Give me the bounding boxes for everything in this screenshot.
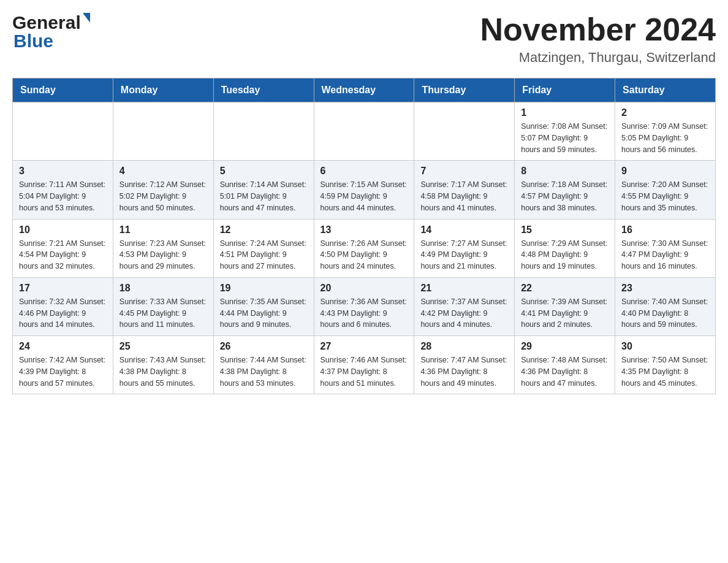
- day-info: Sunrise: 7:35 AM Sunset: 4:44 PM Dayligh…: [220, 296, 308, 331]
- calendar-cell: 1Sunrise: 7:08 AM Sunset: 5:07 PM Daylig…: [515, 102, 615, 161]
- calendar-cell: 27Sunrise: 7:46 AM Sunset: 4:37 PM Dayli…: [314, 336, 414, 394]
- calendar-cell: 24Sunrise: 7:42 AM Sunset: 4:39 PM Dayli…: [13, 336, 113, 394]
- day-number: 16: [621, 224, 709, 236]
- day-number: 24: [19, 341, 107, 352]
- day-of-week-header: Saturday: [615, 79, 716, 102]
- day-info: Sunrise: 7:47 AM Sunset: 4:36 PM Dayligh…: [420, 354, 508, 389]
- day-number: 27: [320, 341, 408, 352]
- day-info: Sunrise: 7:39 AM Sunset: 4:41 PM Dayligh…: [521, 296, 609, 331]
- day-info: Sunrise: 7:36 AM Sunset: 4:43 PM Dayligh…: [320, 296, 408, 331]
- day-number: 10: [19, 224, 107, 236]
- day-info: Sunrise: 7:40 AM Sunset: 4:40 PM Dayligh…: [621, 296, 709, 331]
- day-info: Sunrise: 7:27 AM Sunset: 4:49 PM Dayligh…: [420, 238, 508, 272]
- day-number: 8: [521, 166, 609, 177]
- logo-arrow-icon: [83, 13, 90, 30]
- calendar-cell: 25Sunrise: 7:43 AM Sunset: 4:38 PM Dayli…: [113, 336, 213, 394]
- calendar-week-row: 3Sunrise: 7:11 AM Sunset: 5:04 PM Daylig…: [13, 161, 716, 219]
- calendar-cell: 16Sunrise: 7:30 AM Sunset: 4:47 PM Dayli…: [615, 219, 716, 277]
- calendar-cell: 12Sunrise: 7:24 AM Sunset: 4:51 PM Dayli…: [213, 219, 314, 277]
- day-number: 20: [320, 283, 408, 294]
- calendar-cell: 18Sunrise: 7:33 AM Sunset: 4:45 PM Dayli…: [113, 277, 213, 335]
- day-number: 18: [119, 283, 207, 294]
- day-info: Sunrise: 7:23 AM Sunset: 4:53 PM Dayligh…: [119, 238, 207, 272]
- day-info: Sunrise: 7:15 AM Sunset: 4:59 PM Dayligh…: [320, 179, 408, 213]
- day-info: Sunrise: 7:29 AM Sunset: 4:48 PM Dayligh…: [521, 238, 609, 272]
- calendar-cell: 2Sunrise: 7:09 AM Sunset: 5:05 PM Daylig…: [615, 102, 716, 161]
- calendar-cell: 11Sunrise: 7:23 AM Sunset: 4:53 PM Dayli…: [113, 219, 213, 277]
- logo-blue-text: Blue: [13, 31, 90, 52]
- calendar-cell: 10Sunrise: 7:21 AM Sunset: 4:54 PM Dayli…: [13, 219, 113, 277]
- day-number: 25: [119, 341, 207, 352]
- day-info: Sunrise: 7:18 AM Sunset: 4:57 PM Dayligh…: [521, 179, 609, 213]
- day-info: Sunrise: 7:24 AM Sunset: 4:51 PM Dayligh…: [220, 238, 308, 272]
- day-info: Sunrise: 7:30 AM Sunset: 4:47 PM Dayligh…: [621, 238, 709, 272]
- calendar-cell: 7Sunrise: 7:17 AM Sunset: 4:58 PM Daylig…: [414, 161, 515, 219]
- day-info: Sunrise: 7:26 AM Sunset: 4:50 PM Dayligh…: [320, 238, 408, 272]
- calendar-week-row: 17Sunrise: 7:32 AM Sunset: 4:46 PM Dayli…: [13, 277, 716, 335]
- calendar-cell: 3Sunrise: 7:11 AM Sunset: 5:04 PM Daylig…: [13, 161, 113, 219]
- logo: General Blue: [12, 12, 90, 52]
- calendar-cell: 17Sunrise: 7:32 AM Sunset: 4:46 PM Dayli…: [13, 277, 113, 335]
- day-number: 2: [621, 107, 709, 118]
- calendar-cell: 14Sunrise: 7:27 AM Sunset: 4:49 PM Dayli…: [414, 219, 515, 277]
- day-number: 26: [220, 341, 308, 352]
- day-of-week-header: Monday: [113, 79, 213, 102]
- calendar-cell: 15Sunrise: 7:29 AM Sunset: 4:48 PM Dayli…: [515, 219, 615, 277]
- calendar-cell: 5Sunrise: 7:14 AM Sunset: 5:01 PM Daylig…: [213, 161, 314, 219]
- page-header: General Blue November 2024 Matzingen, Th…: [12, 12, 716, 66]
- day-number: 5: [220, 166, 308, 177]
- logo-general-text: General: [12, 12, 81, 33]
- day-of-week-header: Thursday: [414, 79, 515, 102]
- day-info: Sunrise: 7:12 AM Sunset: 5:02 PM Dayligh…: [119, 179, 207, 213]
- day-info: Sunrise: 7:17 AM Sunset: 4:58 PM Dayligh…: [420, 179, 508, 213]
- calendar-cell: 13Sunrise: 7:26 AM Sunset: 4:50 PM Dayli…: [314, 219, 414, 277]
- day-of-week-header: Tuesday: [213, 79, 314, 102]
- day-info: Sunrise: 7:48 AM Sunset: 4:36 PM Dayligh…: [521, 354, 609, 389]
- day-number: 17: [19, 283, 107, 294]
- day-info: Sunrise: 7:44 AM Sunset: 4:38 PM Dayligh…: [220, 354, 308, 389]
- day-number: 22: [521, 283, 609, 294]
- calendar-cell: [414, 102, 515, 161]
- day-number: 7: [420, 166, 508, 177]
- day-number: 30: [621, 341, 709, 352]
- day-number: 29: [521, 341, 609, 352]
- day-number: 28: [420, 341, 508, 352]
- month-title: November 2024: [480, 12, 716, 47]
- calendar-cell: 9Sunrise: 7:20 AM Sunset: 4:55 PM Daylig…: [615, 161, 716, 219]
- day-info: Sunrise: 7:14 AM Sunset: 5:01 PM Dayligh…: [220, 179, 308, 213]
- calendar-cell: 22Sunrise: 7:39 AM Sunset: 4:41 PM Dayli…: [515, 277, 615, 335]
- calendar-week-row: 10Sunrise: 7:21 AM Sunset: 4:54 PM Dayli…: [13, 219, 716, 277]
- calendar-week-row: 1Sunrise: 7:08 AM Sunset: 5:07 PM Daylig…: [13, 102, 716, 161]
- calendar-cell: [113, 102, 213, 161]
- day-info: Sunrise: 7:32 AM Sunset: 4:46 PM Dayligh…: [19, 296, 107, 331]
- calendar-cell: 23Sunrise: 7:40 AM Sunset: 4:40 PM Dayli…: [615, 277, 716, 335]
- day-info: Sunrise: 7:21 AM Sunset: 4:54 PM Dayligh…: [19, 238, 107, 272]
- day-number: 23: [621, 283, 709, 294]
- day-number: 1: [521, 107, 609, 118]
- day-number: 13: [320, 224, 408, 236]
- day-of-week-header: Wednesday: [314, 79, 414, 102]
- day-info: Sunrise: 7:43 AM Sunset: 4:38 PM Dayligh…: [119, 354, 207, 389]
- calendar-cell: 19Sunrise: 7:35 AM Sunset: 4:44 PM Dayli…: [213, 277, 314, 335]
- calendar-cell: 30Sunrise: 7:50 AM Sunset: 4:35 PM Dayli…: [615, 336, 716, 394]
- calendar-cell: [13, 102, 113, 161]
- calendar-table: SundayMondayTuesdayWednesdayThursdayFrid…: [12, 78, 716, 394]
- calendar-cell: 26Sunrise: 7:44 AM Sunset: 4:38 PM Dayli…: [213, 336, 314, 394]
- day-info: Sunrise: 7:46 AM Sunset: 4:37 PM Dayligh…: [320, 354, 408, 389]
- day-number: 15: [521, 224, 609, 236]
- calendar-cell: 8Sunrise: 7:18 AM Sunset: 4:57 PM Daylig…: [515, 161, 615, 219]
- calendar-header-row: SundayMondayTuesdayWednesdayThursdayFrid…: [13, 79, 716, 102]
- calendar-cell: [314, 102, 414, 161]
- calendar-cell: 29Sunrise: 7:48 AM Sunset: 4:36 PM Dayli…: [515, 336, 615, 394]
- calendar-week-row: 24Sunrise: 7:42 AM Sunset: 4:39 PM Dayli…: [13, 336, 716, 394]
- day-info: Sunrise: 7:50 AM Sunset: 4:35 PM Dayligh…: [621, 354, 709, 389]
- day-number: 12: [220, 224, 308, 236]
- day-info: Sunrise: 7:11 AM Sunset: 5:04 PM Dayligh…: [19, 179, 107, 213]
- location-text: Matzingen, Thurgau, Switzerland: [480, 50, 716, 66]
- day-info: Sunrise: 7:33 AM Sunset: 4:45 PM Dayligh…: [119, 296, 207, 331]
- calendar-cell: 20Sunrise: 7:36 AM Sunset: 4:43 PM Dayli…: [314, 277, 414, 335]
- calendar-cell: 6Sunrise: 7:15 AM Sunset: 4:59 PM Daylig…: [314, 161, 414, 219]
- day-number: 14: [420, 224, 508, 236]
- day-info: Sunrise: 7:20 AM Sunset: 4:55 PM Dayligh…: [621, 179, 709, 213]
- day-info: Sunrise: 7:09 AM Sunset: 5:05 PM Dayligh…: [621, 121, 709, 155]
